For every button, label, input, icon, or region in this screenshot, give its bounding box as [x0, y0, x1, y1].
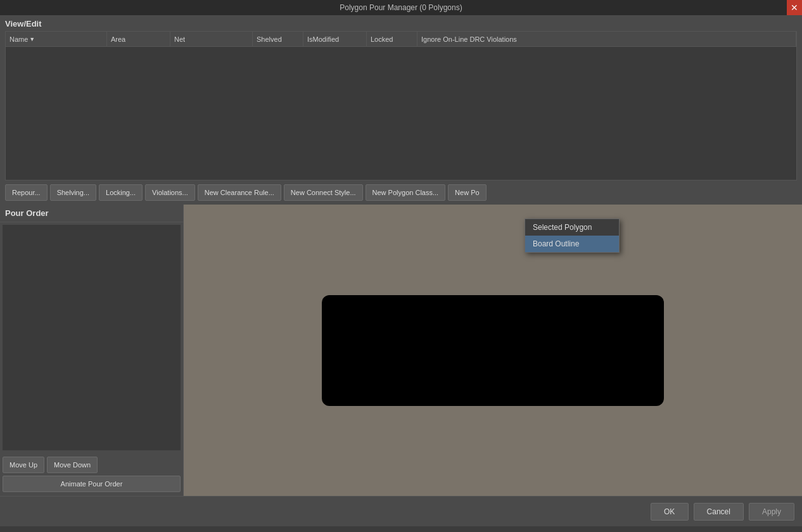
- bottom-section: Pour Order Move Up Move Down Animate Pou…: [0, 205, 802, 496]
- move-up-button[interactable]: Move Up: [3, 457, 44, 473]
- new-polygon-class-button[interactable]: New Polygon Class...: [366, 184, 446, 201]
- selected-polygon-item[interactable]: Selected Polygon: [525, 219, 619, 236]
- pour-order-list: [3, 225, 181, 450]
- locking-button[interactable]: Locking...: [99, 184, 143, 201]
- apply-button[interactable]: Apply: [749, 503, 794, 521]
- col-header-ignore[interactable]: Ignore On-Line DRC Violations: [417, 32, 796, 46]
- close-button[interactable]: ✕: [787, 0, 802, 15]
- dialog-title: Polygon Pour Manager (0 Polygons): [340, 3, 462, 12]
- col-header-ismodified[interactable]: IsModified: [303, 32, 367, 46]
- ok-button[interactable]: OK: [651, 503, 689, 521]
- dialog-container: View/Edit Name▼ Area Net Shelved IsModif…: [0, 15, 802, 526]
- shelving-button[interactable]: Shelving...: [50, 184, 96, 201]
- col-header-locked[interactable]: Locked: [367, 32, 417, 46]
- violations-button[interactable]: Violations...: [145, 184, 195, 201]
- new-polygon-dropdown: Selected Polygon Board Outline: [525, 218, 620, 253]
- new-clearance-button[interactable]: New Clearance Rule...: [198, 184, 281, 201]
- move-down-button[interactable]: Move Down: [47, 457, 98, 473]
- col-header-name[interactable]: Name▼: [6, 32, 107, 46]
- new-connect-style-button[interactable]: New Connect Style...: [284, 184, 363, 201]
- col-header-net[interactable]: Net: [170, 32, 253, 46]
- col-header-area[interactable]: Area: [107, 32, 170, 46]
- polygon-table: Name▼ Area Net Shelved IsModified Locked…: [5, 31, 797, 180]
- view-edit-header: View/Edit: [0, 15, 802, 31]
- pour-order-buttons: Move Up Move Down: [0, 453, 183, 476]
- board-outline-shape: [322, 295, 664, 406]
- footer: OK Cancel Apply: [0, 496, 802, 526]
- table-body: [6, 47, 796, 180]
- table-header: Name▼ Area Net Shelved IsModified Locked…: [6, 32, 796, 47]
- new-po-button[interactable]: New Po: [448, 184, 487, 201]
- canvas-area: [184, 205, 802, 496]
- repour-button[interactable]: Repour...: [5, 184, 48, 201]
- pour-order-header: Pour Order: [0, 205, 183, 222]
- col-header-shelved[interactable]: Shelved: [253, 32, 303, 46]
- cancel-button[interactable]: Cancel: [694, 503, 744, 521]
- board-outline-item[interactable]: Board Outline: [525, 236, 619, 252]
- animate-pour-order-button[interactable]: Animate Pour Order: [3, 476, 181, 492]
- toolbar: Repour... Shelving... Locking... Violati…: [0, 180, 802, 205]
- close-icon: ✕: [791, 3, 798, 13]
- sort-arrow-icon: ▼: [29, 36, 35, 42]
- pour-order-panel: Pour Order Move Up Move Down Animate Pou…: [0, 205, 184, 496]
- title-bar: Polygon Pour Manager (0 Polygons) ✕: [0, 0, 802, 15]
- board-preview: [184, 205, 802, 496]
